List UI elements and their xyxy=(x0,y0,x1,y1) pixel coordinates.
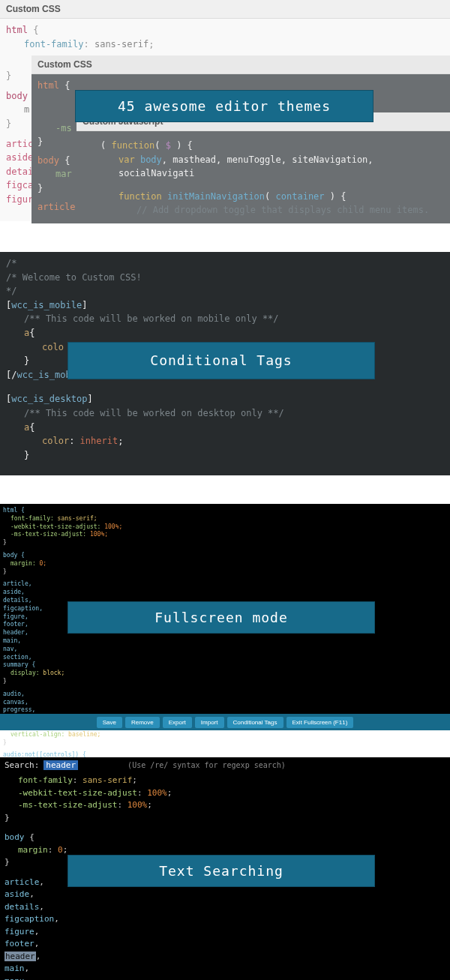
text-searching-section: Search: header (Use /re/ syntax for rege… xyxy=(0,757,450,980)
panel-title-css-1: Custom CSS xyxy=(0,0,450,19)
editor-conditional: /* /* Welcome to Custom CSS! */ [wcc_is_… xyxy=(0,252,450,475)
search-hint: (Use /re/ syntax for regexp search) xyxy=(128,761,286,769)
conditional-tags-button[interactable]: Conditional Tags xyxy=(227,717,284,728)
conditional-tags-section: /* /* Welcome to Custom CSS! */ [wcc_is_… xyxy=(0,252,450,475)
fullscreen-toolbar: Save Remove Export Import Conditional Ta… xyxy=(0,714,450,730)
callout-conditional: Conditional Tags xyxy=(68,342,375,379)
search-input[interactable]: header xyxy=(44,760,78,770)
callout-search: Text Searching xyxy=(68,855,375,887)
search-match-highlight: header xyxy=(4,952,36,961)
export-button[interactable]: Export xyxy=(163,717,192,728)
panel-title-css-2: Custom CSS xyxy=(32,55,450,74)
remove-button[interactable]: Remove xyxy=(125,717,160,728)
fullscreen-section: html { font-family: sans-serif; -webkit-… xyxy=(0,504,450,730)
callout-themes: 45 awesome editor themes xyxy=(75,90,374,122)
exit-fullscreen-button[interactable]: Exit Fullscreen (F11) xyxy=(286,717,354,728)
themes-section: Custom CSS html { font-family: sans-seri… xyxy=(0,0,450,223)
callout-fullscreen: Fullscreen mode xyxy=(68,601,375,634)
search-label: Search: xyxy=(4,760,39,770)
save-button[interactable]: Save xyxy=(97,717,122,728)
css-selector: html xyxy=(6,25,28,35)
import-button[interactable]: Import xyxy=(195,717,224,728)
editor-js: ( function( $ ) { var body, masthead, me… xyxy=(76,131,450,221)
editor-fullscreen: html { font-family: sans-serif; -webkit-… xyxy=(0,504,450,779)
search-bar: Search: header (Use /re/ syntax for rege… xyxy=(0,757,450,773)
